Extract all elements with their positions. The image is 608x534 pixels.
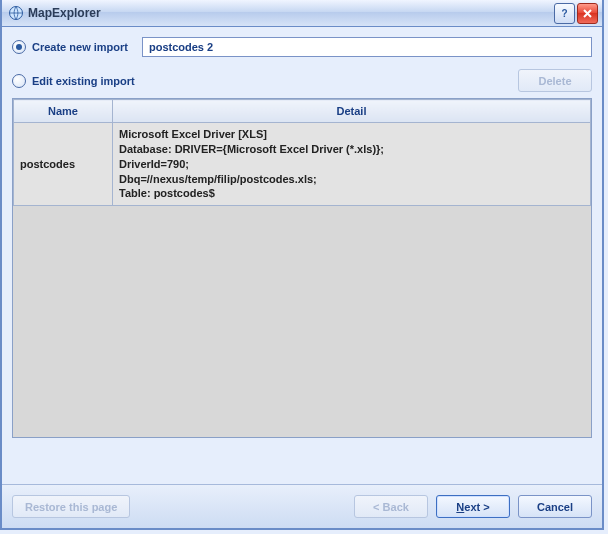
- dialog-footer: Restore this page < Back Next > Cancel: [2, 484, 602, 528]
- imports-table: Name Detail postcodes Microsoft Excel Dr…: [12, 98, 592, 438]
- detail-line: Dbq=//nexus/temp/filip/postcodes.xls;: [119, 172, 584, 187]
- table-row[interactable]: postcodes Microsoft Excel Driver [XLS] D…: [14, 123, 591, 206]
- edit-import-row: Edit existing import Delete: [12, 69, 592, 92]
- app-icon: [8, 5, 24, 21]
- cancel-button[interactable]: Cancel: [518, 495, 592, 518]
- detail-line: DriverId=790;: [119, 157, 584, 172]
- edit-import-radio[interactable]: [12, 74, 26, 88]
- close-button[interactable]: [577, 3, 598, 24]
- restore-page-button: Restore this page: [12, 495, 130, 518]
- window-title: MapExplorer: [28, 6, 554, 20]
- back-button: < Back: [354, 495, 428, 518]
- detail-line: Database: DRIVER={Microsoft Excel Driver…: [119, 142, 584, 157]
- import-name-input[interactable]: [142, 37, 592, 57]
- create-import-radio[interactable]: [12, 40, 26, 54]
- col-header-name[interactable]: Name: [14, 100, 113, 123]
- cell-name: postcodes: [14, 123, 113, 206]
- dialog-window: MapExplorer ? Create new import Edit: [0, 0, 604, 530]
- help-button[interactable]: ?: [554, 3, 575, 24]
- cell-detail: Microsoft Excel Driver [XLS] Database: D…: [113, 123, 591, 206]
- detail-line: Microsoft Excel Driver [XLS]: [119, 127, 584, 142]
- create-import-row: Create new import: [12, 37, 592, 57]
- create-import-label: Create new import: [32, 41, 128, 53]
- next-button[interactable]: Next >: [436, 495, 510, 518]
- window-controls: ?: [554, 3, 598, 24]
- col-header-detail[interactable]: Detail: [113, 100, 591, 123]
- detail-line: Table: postcodes$: [119, 186, 584, 201]
- titlebar: MapExplorer ?: [2, 0, 602, 27]
- dialog-body: Create new import Edit existing import D…: [2, 27, 602, 438]
- edit-import-label: Edit existing import: [32, 75, 135, 87]
- delete-button: Delete: [518, 69, 592, 92]
- svg-text:?: ?: [561, 8, 567, 19]
